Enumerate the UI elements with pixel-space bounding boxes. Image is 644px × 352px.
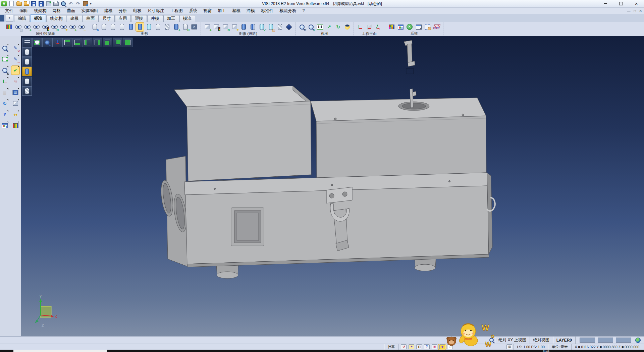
table-settings-icon[interactable]: [415, 23, 423, 31]
status-grid-icon[interactable]: ⊞: [505, 344, 513, 350]
status-help-icon[interactable]: ?: [423, 344, 431, 350]
stats-edit-icon[interactable]: [1, 121, 9, 130]
menu-item-曲面[interactable]: 曲面: [64, 8, 78, 13]
tab-dropdown-icon[interactable]: ▼: [6, 15, 13, 21]
open-recent-icon[interactable]: [23, 1, 30, 7]
layers-books-icon[interactable]: ≣: [1, 88, 9, 97]
status-part-icon[interactable]: ◧: [415, 344, 423, 350]
tab-塑膜[interactable]: 塑膜: [131, 15, 147, 22]
toggle-visibility-icon[interactable]: ±: [59, 23, 67, 31]
wireframe-view-icon[interactable]: [100, 23, 108, 31]
tab-编辑[interactable]: 编辑: [14, 15, 30, 22]
tab-曲面[interactable]: 曲面: [83, 15, 99, 22]
save-copy-icon[interactable]: [38, 1, 44, 7]
tab-应用[interactable]: 应用: [115, 15, 131, 22]
undo-icon[interactable]: ↶: [67, 1, 74, 7]
hidden-line-view-icon[interactable]: [109, 23, 117, 31]
zoom-fit-icon[interactable]: [32, 38, 42, 47]
striped-render-icon[interactable]: [249, 23, 257, 31]
display-hidden-icon[interactable]: [22, 57, 32, 67]
model-3d-jig[interactable]: [159, 40, 495, 278]
refresh-visibility-icon[interactable]: ↻: [50, 23, 58, 31]
mdi-close-button[interactable]: ✕: [639, 9, 642, 13]
render-face-icon[interactable]: [343, 23, 351, 31]
tab-标准[interactable]: 标准: [30, 14, 46, 22]
menu-item-系统[interactable]: 系统: [186, 8, 200, 13]
menu-item-视窗[interactable]: 视窗: [200, 8, 215, 13]
menu-item-?[interactable]: ?: [300, 8, 308, 13]
mdi-restore-button[interactable]: □: [634, 9, 636, 13]
display-shaded-icon[interactable]: [22, 67, 32, 76]
show-entity-page-icon[interactable]: ▤: [14, 23, 22, 31]
model-canvas[interactable]: Y X Z: [21, 36, 644, 337]
zoom-extents-icon[interactable]: +: [307, 23, 315, 31]
color-swatch-1[interactable]: [580, 338, 595, 343]
dashed-view-icon[interactable]: [118, 23, 126, 31]
print-preview-icon[interactable]: [60, 1, 66, 7]
web-globe-icon[interactable]: [635, 338, 641, 343]
maximize-button[interactable]: [613, 0, 629, 7]
copy-graphics-icon[interactable]: +: [172, 23, 180, 31]
regen-view-icon[interactable]: ↻: [1, 99, 9, 108]
lock-toggle[interactable]: 拴牢: [384, 344, 398, 350]
menu-item-网格[interactable]: 网格: [50, 8, 64, 13]
sheet-render-icon[interactable]: ▤: [267, 23, 275, 31]
view-left-icon[interactable]: [83, 38, 92, 47]
display-settings-icon[interactable]: [396, 23, 405, 31]
palette-doc-icon[interactable]: [11, 121, 19, 130]
menu-item-编辑[interactable]: 编辑: [16, 8, 31, 13]
redo-icon[interactable]: ↷: [75, 1, 81, 7]
shade-cube-icon[interactable]: [11, 99, 19, 108]
tab-建模[interactable]: 建模: [67, 15, 83, 22]
hide-remove-icon[interactable]: −: [32, 23, 40, 31]
open-file-icon[interactable]: [16, 1, 22, 7]
minimize-button[interactable]: [598, 0, 613, 7]
zoom-select-icon[interactable]: ±: [1, 66, 9, 75]
view-bottom-icon[interactable]: [72, 38, 82, 47]
show-add-icon[interactable]: +: [23, 23, 31, 31]
refresh-view-icon[interactable]: ↻: [334, 23, 342, 31]
display-ghost-icon[interactable]: [22, 77, 32, 86]
ghost-view-icon[interactable]: [154, 23, 162, 31]
attributes-palette-icon[interactable]: [5, 23, 13, 31]
status-pick-icon[interactable]: ✦: [408, 344, 415, 350]
workplane-origin-icon[interactable]: [356, 23, 364, 31]
toolbar-options-dropdown-icon[interactable]: ▼: [90, 3, 92, 5]
image-add-icon[interactable]: +: [203, 23, 211, 31]
erase-sketch-icon[interactable]: ✎✕: [11, 44, 19, 52]
workplane-rotate-icon[interactable]: [374, 23, 382, 31]
image-filter-icon[interactable]: [212, 23, 220, 31]
new-document-icon[interactable]: [8, 1, 15, 7]
shaded-view-icon[interactable]: [127, 23, 135, 31]
status-gift-icon[interactable]: ▣: [431, 344, 438, 350]
color-swatch-3[interactable]: [616, 338, 631, 343]
save-icon[interactable]: [31, 1, 37, 7]
viewport-menu-icon[interactable]: [22, 38, 32, 47]
tab-模流[interactable]: 模流: [179, 15, 195, 22]
menu-item-建模[interactable]: 建模: [101, 8, 116, 13]
export-icon[interactable]: [45, 1, 52, 7]
color-swatch-2[interactable]: [598, 338, 613, 343]
tab-尺寸[interactable]: 尺寸: [99, 15, 115, 22]
menu-item-尺寸标注[interactable]: 尺寸标注: [145, 8, 167, 13]
graphics-settings-icon[interactable]: ✕: [190, 23, 198, 31]
show-all-icon[interactable]: +: [68, 23, 76, 31]
solid-render-icon[interactable]: [239, 23, 248, 31]
transparent-view-icon[interactable]: [145, 23, 153, 31]
shaded-edges-view-icon[interactable]: [136, 23, 144, 31]
help-prompt-icon[interactable]: ?: [1, 110, 9, 119]
zoom-sphere-icon[interactable]: [42, 38, 52, 47]
edit-spline-icon[interactable]: ≈: [11, 77, 19, 86]
dynamic-pan-icon[interactable]: ↗: [325, 23, 333, 31]
close-button[interactable]: ✕: [629, 0, 644, 7]
zoom-dynamic-icon[interactable]: [1, 44, 9, 52]
system-tools-icon[interactable]: ✕: [406, 23, 414, 31]
view-right-icon[interactable]: [93, 38, 102, 47]
hide-all-icon[interactable]: −: [77, 23, 86, 31]
menu-item-标准件[interactable]: 标准件: [258, 8, 277, 13]
display-wireframe-icon[interactable]: [22, 47, 32, 57]
redraw-icon[interactable]: ↻: [91, 23, 99, 31]
menu-item-冲模[interactable]: 冲模: [244, 8, 258, 13]
tab-加工[interactable]: 加工: [163, 15, 179, 22]
tab-冲模[interactable]: 冲模: [147, 15, 163, 22]
